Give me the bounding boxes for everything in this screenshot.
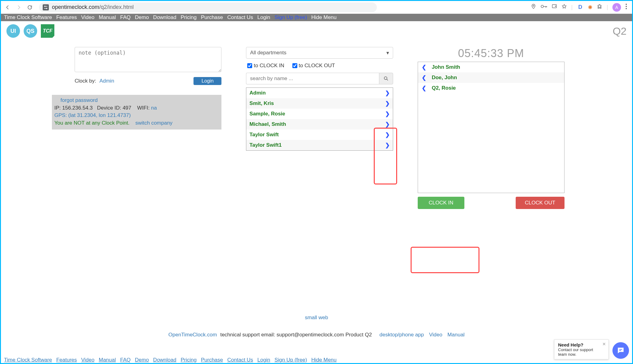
chevron-right-icon[interactable]: ❯ bbox=[385, 100, 390, 107]
qs-button[interactable]: QS bbox=[24, 24, 37, 38]
reload-icon[interactable] bbox=[25, 3, 34, 12]
help-subtitle: Contact our support team now. bbox=[558, 347, 600, 357]
bnav-download[interactable]: Download bbox=[153, 357, 177, 363]
nav-signup[interactable]: Sign Up (free) bbox=[275, 14, 307, 21]
to-clock-out-input[interactable] bbox=[292, 63, 297, 68]
extension-flower-icon[interactable]: ✺ bbox=[588, 4, 592, 11]
bookmark-star-icon[interactable] bbox=[561, 4, 567, 11]
user-row[interactable]: Admin❯ bbox=[246, 88, 393, 98]
to-clock-in-input[interactable] bbox=[247, 63, 252, 68]
chevron-right-icon[interactable]: ❯ bbox=[385, 90, 390, 96]
chevron-right-icon[interactable]: ❯ bbox=[385, 121, 390, 128]
forgot-password-link[interactable]: forgot password bbox=[61, 97, 98, 103]
nav-purchase[interactable]: Purchase bbox=[201, 14, 223, 21]
help-close-icon[interactable]: ✕ bbox=[602, 342, 606, 347]
location-icon[interactable] bbox=[531, 4, 536, 11]
url-text: opentimeclock.com/q2/index.html bbox=[52, 4, 134, 10]
help-title: Need Help? bbox=[558, 342, 600, 347]
key-icon[interactable] bbox=[541, 4, 547, 11]
svg-point-5 bbox=[626, 4, 627, 5]
to-clock-in-checkbox[interactable]: to CLOCK IN bbox=[246, 62, 284, 69]
footer-video-link[interactable]: Video bbox=[429, 332, 442, 338]
profile-avatar[interactable]: A bbox=[612, 3, 621, 12]
ui-button[interactable]: UI bbox=[6, 24, 20, 38]
bnav-video[interactable]: Video bbox=[81, 357, 94, 363]
search-button[interactable] bbox=[379, 73, 393, 84]
small-web-link[interactable]: small web bbox=[1, 315, 632, 321]
left-column: Clock by: Admin Login forgot password IP… bbox=[75, 47, 221, 209]
nav-download[interactable]: Download bbox=[153, 14, 177, 21]
nav-features[interactable]: Features bbox=[56, 14, 77, 21]
clock-out-button[interactable]: CLOCK OUT bbox=[516, 197, 565, 209]
nav-contact[interactable]: Contact Us bbox=[227, 14, 253, 21]
bnav-signup[interactable]: Sign Up (free) bbox=[275, 357, 307, 363]
nav-pricing[interactable]: Pricing bbox=[181, 14, 197, 21]
selected-user-row[interactable]: ❮Q2, Rosie bbox=[418, 83, 564, 93]
chevron-left-icon[interactable]: ❮ bbox=[422, 85, 426, 91]
clock-in-button[interactable]: CLOCK IN bbox=[418, 197, 464, 209]
otc-link[interactable]: OpenTimeClock.com bbox=[168, 332, 217, 338]
footer-desktop-app-link[interactable]: desktop/phone app bbox=[380, 332, 424, 338]
tcf-logo-icon[interactable]: TCF bbox=[41, 24, 54, 38]
nav-demo[interactable]: Demo bbox=[135, 14, 149, 21]
bnav-login[interactable]: Login bbox=[257, 357, 270, 363]
device-id-value: 497 bbox=[123, 105, 131, 111]
department-select[interactable]: All departments ▾ bbox=[246, 47, 393, 59]
nav-hide-menu[interactable]: Hide Menu bbox=[311, 14, 337, 21]
bnav-manual[interactable]: Manual bbox=[99, 357, 116, 363]
site-settings-icon[interactable] bbox=[43, 4, 49, 10]
clock-by-user-link[interactable]: Admin bbox=[100, 78, 114, 84]
support-text: technical support email: support@opentim… bbox=[219, 332, 372, 338]
bnav-contact[interactable]: Contact Us bbox=[227, 357, 253, 363]
current-time: 05:45:33 PM bbox=[418, 47, 565, 60]
note-input[interactable] bbox=[75, 47, 221, 72]
switch-company-link[interactable]: switch company bbox=[135, 120, 173, 126]
selected-user-row[interactable]: ❮Doe, John bbox=[418, 72, 564, 83]
device-id-label: Device ID: bbox=[97, 105, 121, 111]
chevron-right-icon[interactable]: ❯ bbox=[385, 131, 390, 138]
help-popup[interactable]: ✕ Need Help? Contact our support team no… bbox=[554, 339, 609, 359]
app-header: UI QS TCF Q2 bbox=[1, 21, 632, 40]
bnav-purchase[interactable]: Purchase bbox=[201, 357, 223, 363]
svg-point-1 bbox=[46, 8, 47, 9]
login-button[interactable]: Login bbox=[193, 77, 221, 85]
chevron-right-icon[interactable]: ❯ bbox=[385, 142, 390, 149]
chevron-left-icon[interactable]: ❮ bbox=[422, 64, 426, 71]
chat-bubble-icon[interactable] bbox=[612, 342, 629, 359]
nav-time-clock-software[interactable]: Time Clock Software bbox=[4, 14, 52, 21]
user-row[interactable]: Taylor Swift❯ bbox=[246, 130, 393, 140]
install-icon[interactable] bbox=[552, 4, 557, 11]
user-row[interactable]: Michael, Smith❯ bbox=[246, 119, 393, 130]
bnav-pricing[interactable]: Pricing bbox=[181, 357, 197, 363]
bnav-faq[interactable]: FAQ bbox=[120, 357, 131, 363]
bnav-features[interactable]: Features bbox=[56, 357, 77, 363]
bottom-nav-bar: Time Clock Software Features Video Manua… bbox=[1, 356, 632, 363]
nav-video[interactable]: Video bbox=[81, 14, 94, 21]
bnav-tcs[interactable]: Time Clock Software bbox=[4, 357, 52, 363]
selected-users-list: ❮John Smith ❮Doe, John ❮Q2, Rosie bbox=[418, 62, 565, 193]
user-row[interactable]: Sample, Rosie❯ bbox=[246, 109, 393, 119]
page-footer: small web OpenTimeClock.com technical su… bbox=[1, 315, 632, 338]
nav-login[interactable]: Login bbox=[257, 14, 270, 21]
user-row[interactable]: Taylor Swift1❯ bbox=[246, 140, 393, 150]
footer-manual-link[interactable]: Manual bbox=[447, 332, 465, 338]
browser-toolbar: opentimeclock.com/q2/index.html | D ✺ | … bbox=[1, 1, 632, 14]
chevron-left-icon[interactable]: ❮ bbox=[422, 74, 426, 81]
search-input[interactable] bbox=[246, 73, 379, 84]
kebab-menu-icon[interactable] bbox=[625, 3, 627, 11]
chevron-right-icon[interactable]: ❯ bbox=[385, 110, 390, 117]
back-icon[interactable] bbox=[3, 3, 12, 12]
extensions-puzzle-icon[interactable] bbox=[597, 4, 602, 11]
nav-faq[interactable]: FAQ bbox=[120, 14, 131, 21]
forward-icon[interactable] bbox=[14, 3, 23, 12]
bnav-demo[interactable]: Demo bbox=[135, 357, 149, 363]
gps-value[interactable]: GPS: (lat 31.2304, lon 121.4737) bbox=[54, 112, 219, 119]
extension-d-icon[interactable]: D bbox=[577, 4, 584, 11]
address-bar[interactable]: opentimeclock.com/q2/index.html bbox=[39, 2, 377, 12]
bnav-hide-menu[interactable]: Hide Menu bbox=[311, 357, 337, 363]
user-row[interactable]: Smit, Kris❯ bbox=[246, 98, 393, 109]
nav-manual[interactable]: Manual bbox=[99, 14, 116, 21]
selected-user-row[interactable]: ❮John Smith bbox=[418, 62, 564, 72]
svg-point-2 bbox=[533, 5, 534, 6]
to-clock-out-checkbox[interactable]: to CLOCK OUT bbox=[291, 62, 335, 69]
